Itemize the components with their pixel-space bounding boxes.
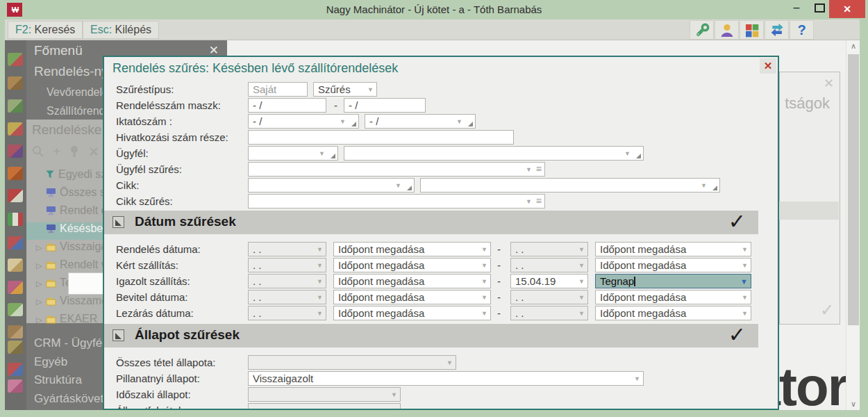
article-code-combo[interactable]: ▼: [248, 178, 415, 193]
date-to-combo[interactable]: 15.04.19▼: [510, 274, 588, 288]
chevron-down-icon: ▼: [446, 359, 453, 366]
date-row-label: Bevitel dátuma:: [116, 291, 187, 303]
date-to-combo[interactable]: . .▼: [510, 242, 588, 256]
chevron-down-icon: ▼: [456, 118, 462, 125]
add-icon[interactable]: +: [53, 144, 60, 159]
subpanel-toolbar: + ✕: [32, 143, 99, 160]
chevron-down-icon: ▼: [317, 294, 323, 301]
menu-item-rendeles-ny[interactable]: Rendelés-ny: [34, 64, 108, 79]
vertical-scrollbar[interactable]: ∧ ∨: [846, 40, 860, 410]
scrollbar-thumb[interactable]: [848, 54, 859, 325]
current-status-combo[interactable]: Visszaigazolt▼: [248, 371, 644, 386]
menu-icon: [8, 236, 23, 250]
chevron-down-icon: ▼: [740, 277, 748, 286]
chevron-down-icon: ▼: [391, 391, 397, 398]
chevron-down-icon: ▼: [742, 262, 748, 269]
menu-icon: [8, 213, 23, 226]
menu-item-vevorendelesek[interactable]: Vevőrendele: [47, 86, 108, 99]
search-icon[interactable]: [32, 145, 44, 158]
customer-name-combo[interactable]: ▼: [344, 146, 644, 161]
close-button[interactable]: ✕: [829, 0, 865, 18]
reg-number-from-combo[interactable]: - /▼: [248, 114, 359, 129]
article-filter-combo[interactable]: ▼≡: [248, 194, 545, 208]
date-row-label: Kért szállítás:: [116, 259, 178, 271]
date-from-mode-combo[interactable]: Időpont megadása▼: [333, 258, 491, 272]
menu-item-struktura[interactable]: Struktúra: [34, 373, 82, 387]
modules-icon: [744, 22, 760, 39]
date-from-combo[interactable]: . .▼: [248, 274, 326, 288]
transfer-button[interactable]: [765, 20, 789, 40]
menu-icon: [8, 167, 23, 180]
menu-item-crm[interactable]: CRM - Ügyfélk: [34, 336, 111, 350]
periodic-status-combo[interactable]: ▼: [248, 387, 401, 402]
resize-corner-icon: [407, 186, 412, 190]
filter-type-input[interactable]: Saját: [248, 82, 308, 97]
date-to-combo[interactable]: . .▼: [510, 258, 588, 272]
resize-corner-icon: [351, 122, 356, 126]
date-from-combo[interactable]: . .▼: [248, 290, 326, 304]
date-from-mode-combo[interactable]: Időpont megadása▼: [333, 242, 491, 256]
date-from-combo[interactable]: . .▼: [248, 242, 326, 256]
date-from-mode-combo[interactable]: Időpont megadása▼: [333, 274, 491, 288]
delete-icon[interactable]: ✕: [88, 144, 99, 160]
background-panel-close-icon: ✕: [824, 76, 834, 91]
search-shortcut-button[interactable]: F2: Keresés: [8, 21, 83, 39]
all-items-status-combo[interactable]: ▼: [248, 355, 456, 370]
status-filters-section-header: Állapot szűrések ✓: [104, 324, 758, 348]
menu-item-egyeb[interactable]: Egyéb: [34, 355, 67, 369]
status-snapshot-combo[interactable]: ▼: [248, 403, 401, 410]
reference-input[interactable]: [248, 130, 514, 145]
chevron-down-icon: ▼: [319, 150, 325, 157]
wrench-icon: [694, 22, 710, 39]
tree-item-kesesben-selected[interactable]: Késésben: [26, 222, 110, 240]
filter-mode-dropdown[interactable]: Szűrés▼: [313, 82, 377, 97]
scroll-down-icon[interactable]: ∨: [846, 398, 860, 410]
minimize-button[interactable]: –: [789, 4, 804, 15]
background-panel-title: tságok: [785, 95, 830, 113]
collapse-button[interactable]: [112, 329, 124, 341]
menu-item-gyartaskovetes[interactable]: Gyártáskövete: [34, 392, 110, 406]
date-to-mode-combo[interactable]: Időpont megadása▼: [595, 290, 751, 304]
titlebar[interactable]: ₩ Nagy Machinátor - Új kötet - a - Tóth …: [0, 0, 868, 19]
check-icon: ✓: [728, 209, 746, 234]
article-name-combo[interactable]: ▼: [420, 178, 720, 193]
menu-icon-strip: [5, 40, 26, 410]
order-mask-to-input[interactable]: - /: [344, 98, 426, 113]
date-to-combo[interactable]: . .▼: [510, 290, 588, 304]
date-to-combo[interactable]: . .▼: [510, 306, 588, 320]
dialog-close-button[interactable]: ✕: [760, 58, 776, 74]
date-from-mode-combo[interactable]: Időpont megadása▼: [333, 306, 491, 320]
menu-icon: [8, 281, 23, 294]
modules-button[interactable]: [740, 20, 764, 40]
customer-filter-label: Ügyfél szűrés:: [116, 163, 182, 175]
chevron-down-icon: ▼: [526, 198, 532, 205]
user-button[interactable]: [715, 20, 739, 40]
date-to-mode-combo[interactable]: Időpont megadása▼: [595, 258, 751, 272]
help-button[interactable]: ?: [790, 20, 814, 40]
settings-wrench-button[interactable]: [690, 20, 714, 40]
collapse-button[interactable]: [112, 216, 124, 228]
date-from-mode-combo[interactable]: Időpont megadása▼: [333, 290, 491, 304]
date-to-mode-combo-active[interactable]: Tegnap▼: [595, 274, 751, 288]
menu-icon: [8, 259, 23, 272]
order-mask-from-input[interactable]: - /: [248, 98, 326, 113]
reg-number-to-combo[interactable]: - /▼: [365, 114, 476, 129]
customer-code-combo[interactable]: ▼: [248, 146, 338, 161]
chevron-down-icon: ▼: [317, 246, 323, 253]
scroll-up-icon[interactable]: ∧: [846, 40, 860, 52]
date-to-mode-combo[interactable]: Időpont megadása▼: [595, 306, 751, 320]
customer-filter-combo[interactable]: ▼≡: [248, 162, 545, 177]
list-icon: ≡: [536, 195, 542, 206]
date-filters-section-header: Dátum szűrések ✓: [104, 211, 758, 234]
maximize-button[interactable]: [815, 3, 825, 13]
date-from-combo[interactable]: . .▼: [248, 306, 326, 320]
menu-item-szallitorendelesek[interactable]: Szállítórend: [47, 105, 106, 117]
tree-icon[interactable]: [69, 145, 80, 158]
exit-shortcut-button[interactable]: Esc: Kilépés: [83, 21, 159, 39]
date-from-combo[interactable]: . .▼: [248, 258, 326, 272]
list-icon: ≡: [536, 163, 542, 174]
date-to-mode-combo[interactable]: Időpont megadása▼: [595, 242, 751, 256]
section-title: Dátum szűrések: [135, 214, 236, 229]
background-properties-panel: ✕ tságok ✓: [779, 72, 840, 325]
chevron-down-icon: ▼: [578, 262, 585, 269]
